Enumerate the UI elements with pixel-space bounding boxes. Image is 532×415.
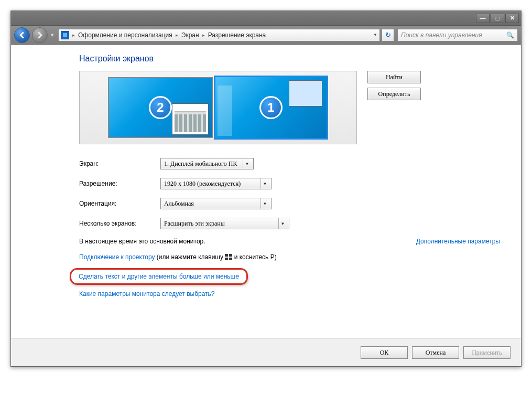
projector-line: Подключение к проектору (или нажмите кла…	[79, 253, 500, 261]
chevron-down-icon: ▼	[278, 218, 287, 229]
chevron-down-icon: ▼	[260, 198, 269, 209]
multi-display-select[interactable]: Расширить эти экраны ▼	[160, 218, 289, 229]
multi-value: Расширить эти экраны	[164, 220, 225, 228]
minimize-button[interactable]: —	[476, 14, 490, 23]
search-input[interactable]: Поиск в панели управления 🔍	[397, 29, 518, 41]
main-monitor-text: В настоящее время это основной монитор.	[79, 238, 205, 245]
cancel-button[interactable]: Отмена	[412, 346, 459, 359]
footer: ОК Отмена Применить	[11, 338, 521, 366]
monitor-preview: 2 1 Найти Определить	[79, 71, 500, 144]
chevron-right-icon: ▸	[176, 33, 178, 38]
projector-suffix: (или нажмите клавишу	[155, 253, 225, 261]
resolution-label: Разрешение:	[79, 180, 160, 187]
resize-text-link[interactable]: Сделать текст и другие элементы больше и…	[79, 273, 239, 280]
projector-link[interactable]: Подключение к проектору	[79, 253, 155, 261]
monitor-taskbar-icon	[218, 86, 232, 136]
advanced-settings-link[interactable]: Дополнительные параметры	[416, 238, 500, 245]
main-monitor-note: В настоящее время это основной монитор. …	[79, 238, 500, 245]
control-panel-icon	[61, 31, 69, 39]
navbar: ▼ ▸ Оформление и персонализация ▸ Экран …	[11, 26, 521, 45]
projector-suffix2: и коснитесь P)	[232, 253, 276, 261]
apply-button[interactable]: Применить	[463, 346, 511, 359]
page-title: Настройки экранов	[79, 54, 500, 63]
monitor-arrangement[interactable]: 2 1	[79, 71, 357, 144]
breadcrumb-item[interactable]: Разрешение экрана	[208, 31, 266, 39]
search-placeholder: Поиск в панели управления	[401, 31, 482, 39]
windows-key-icon	[225, 254, 232, 260]
titlebar: — □ ✕	[11, 11, 521, 26]
find-button[interactable]: Найти	[367, 71, 421, 83]
nav-history-dropdown[interactable]: ▼	[50, 33, 56, 38]
maximize-button[interactable]: □	[491, 14, 504, 23]
monitor-window-icon	[172, 103, 209, 135]
orientation-value: Альбомная	[164, 200, 194, 208]
monitor-number: 1	[259, 96, 283, 119]
monitor-2[interactable]: 2	[108, 77, 213, 138]
which-settings-link[interactable]: Какие параметры монитора следует выбрать…	[79, 290, 215, 297]
back-button[interactable]	[14, 27, 30, 43]
breadcrumb[interactable]: ▸ Оформление и персонализация ▸ Экран ▸ …	[58, 29, 380, 41]
display-value: 1. Дисплей мобильного ПК	[164, 160, 237, 168]
breadcrumb-item[interactable]: Экран	[181, 31, 199, 39]
multi-label: Несколько экранов:	[79, 220, 160, 227]
orientation-label: Ориентация:	[79, 200, 160, 207]
display-label: Экран:	[79, 160, 160, 167]
close-button[interactable]: ✕	[505, 14, 519, 23]
orientation-select[interactable]: Альбомная ▼	[160, 198, 272, 209]
content-area: Настройки экранов 2 1 Найти Определить Э…	[11, 45, 521, 338]
resolution-value: 1920 x 1080 (рекомендуется)	[164, 180, 241, 188]
breadcrumb-item[interactable]: Оформление и персонализация	[78, 31, 172, 39]
chevron-down-icon: ▼	[260, 178, 269, 189]
chevron-right-icon: ▸	[72, 33, 75, 38]
window: — □ ✕ ▼ ▸ Оформление и персонализация ▸ …	[10, 10, 522, 367]
monitor-number: 2	[149, 96, 172, 119]
chevron-down-icon: ▼	[243, 158, 251, 169]
display-select[interactable]: 1. Дисплей мобильного ПК ▼	[160, 158, 254, 169]
monitor-window-icon	[289, 80, 322, 107]
monitor-1[interactable]: 1	[214, 76, 328, 140]
search-icon: 🔍	[506, 31, 514, 39]
refresh-button[interactable]: ↻	[382, 29, 394, 41]
highlight-annotation: Сделать текст и другие элементы больше и…	[70, 268, 248, 285]
chevron-down-icon[interactable]: ▼	[373, 33, 377, 37]
resolution-select[interactable]: 1920 x 1080 (рекомендуется) ▼	[160, 178, 272, 189]
identify-button[interactable]: Определить	[367, 88, 421, 100]
chevron-right-icon: ▸	[202, 33, 205, 38]
ok-button[interactable]: ОК	[361, 346, 408, 359]
forward-button[interactable]	[32, 27, 48, 43]
